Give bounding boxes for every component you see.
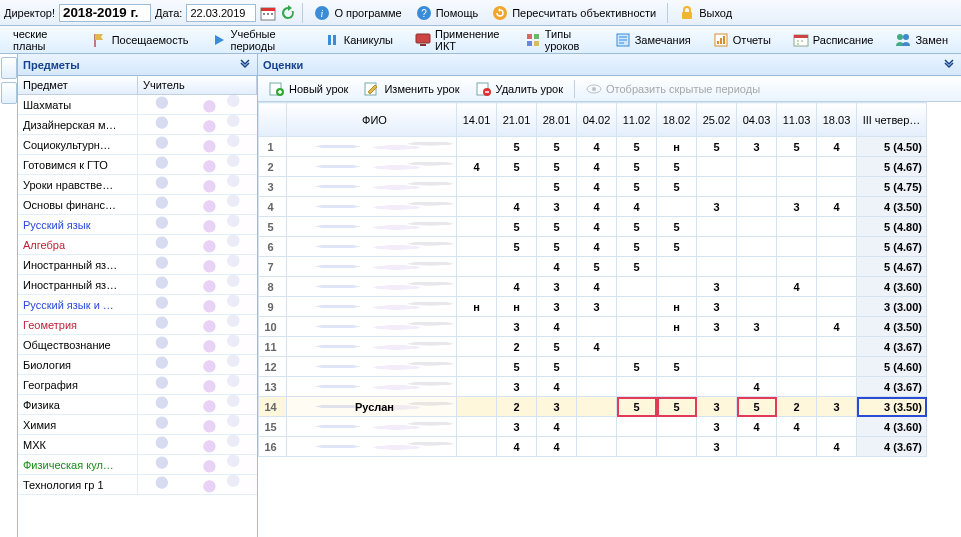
grade-cell[interactable]: 5 [537,217,577,237]
grade-cell[interactable]: 4 [577,237,617,257]
grade-cell[interactable] [577,377,617,397]
grade-cell[interactable] [457,317,497,337]
recalc-button[interactable]: Пересчитать объективности [487,3,661,23]
grade-cell[interactable] [817,217,857,237]
grade-cell[interactable] [777,337,817,357]
grade-cell[interactable] [737,157,777,177]
grade-cell[interactable]: 5 [617,217,657,237]
grade-cell[interactable]: 3 [537,397,577,417]
grade-cell[interactable]: 2 [497,337,537,357]
table-row[interactable]: 8434344 (3.60) [259,277,927,297]
grade-cell[interactable]: 4 [497,437,537,457]
grade-cell[interactable] [657,377,697,397]
grade-cell[interactable] [497,177,537,197]
grade-cell[interactable]: 3 [497,417,537,437]
grade-cell[interactable]: 4 [777,417,817,437]
grade-cell[interactable] [777,297,817,317]
grade-cell[interactable]: 5 [657,357,697,377]
tab-vacation[interactable]: Каникулы [315,28,402,52]
subject-row[interactable]: Русский язык [18,215,257,235]
table-row[interactable]: 1644344 (3.67) [259,437,927,457]
table-row[interactable]: 133444 (3.67) [259,377,927,397]
grade-cell[interactable] [697,217,737,237]
grade-cell[interactable]: 5 [697,137,737,157]
grade-cell[interactable]: 4 [497,197,537,217]
grade-cell[interactable]: 4 [537,437,577,457]
grade-cell[interactable]: 3 [697,297,737,317]
grade-cell[interactable]: 4 [577,337,617,357]
grade-cell[interactable]: н [657,317,697,337]
grade-cell[interactable] [737,257,777,277]
grade-cell[interactable] [617,277,657,297]
grade-cell[interactable]: 4 [817,137,857,157]
grade-cell[interactable]: 2 [497,397,537,417]
grade-cell[interactable] [617,437,657,457]
grade-cell[interactable]: 4 [617,197,657,217]
grade-cell[interactable] [777,377,817,397]
grade-cell[interactable]: 3 [537,197,577,217]
grade-cell[interactable] [817,277,857,297]
grade-cell[interactable]: 5 [497,357,537,377]
grade-cell[interactable] [457,197,497,217]
table-row[interactable]: 354555 (4.75) [259,177,927,197]
help-button[interactable]: ?Помощь [411,3,484,23]
grade-cell[interactable]: 5 [617,177,657,197]
col-date[interactable]: 11.03 [777,103,817,137]
grade-cell[interactable] [777,217,817,237]
col-date[interactable]: 28.01 [537,103,577,137]
grade-cell[interactable] [817,297,857,317]
grade-cell[interactable]: 5 [497,137,537,157]
tab-schedule[interactable]: Расписание [784,28,883,52]
grade-cell[interactable] [817,177,857,197]
grade-cell[interactable]: 3 [697,397,737,417]
table-row[interactable]: 112544 (3.67) [259,337,927,357]
grade-cell[interactable]: 5 [657,397,697,417]
grade-cell[interactable] [657,337,697,357]
grade-cell[interactable]: 4 [577,197,617,217]
grade-cell[interactable] [737,237,777,257]
grade-cell[interactable] [657,277,697,297]
grade-cell[interactable] [777,157,817,177]
grade-cell[interactable]: 3 [697,317,737,337]
grade-cell[interactable] [457,277,497,297]
grade-cell[interactable]: 3 [497,317,537,337]
grade-cell[interactable] [457,137,497,157]
grade-cell[interactable] [577,417,617,437]
col-date[interactable]: 18.03 [817,103,857,137]
subject-row[interactable]: Технология гр 1 [18,475,257,495]
grade-cell[interactable]: 5 [537,177,577,197]
grade-cell[interactable] [817,337,857,357]
grade-cell[interactable] [817,377,857,397]
col-total[interactable]: III четвер… [857,103,927,137]
grade-cell[interactable]: 3 [737,317,777,337]
grade-cell[interactable]: 5 [537,337,577,357]
grade-cell[interactable]: 4 [537,257,577,277]
col-date[interactable]: 14.01 [457,103,497,137]
grade-cell[interactable]: 4 [577,157,617,177]
grade-cell[interactable] [657,257,697,277]
table-row[interactable]: 443443344 (3.50) [259,197,927,217]
table-row[interactable]: 6554555 (4.67) [259,237,927,257]
grade-cell[interactable]: 3 [697,277,737,297]
grade-cell[interactable] [617,377,657,397]
grade-cell[interactable] [737,357,777,377]
grade-cell[interactable] [617,297,657,317]
exit-button[interactable]: Выход [674,3,737,23]
grade-cell[interactable]: 3 [777,197,817,217]
grade-cell[interactable]: 5 [537,237,577,257]
show-hidden-button[interactable]: Отобразить скрытые периоды [581,79,765,99]
grade-cell[interactable] [617,317,657,337]
grade-cell[interactable]: 5 [617,257,657,277]
col-rownum[interactable] [259,103,287,137]
col-teacher[interactable]: Учитель [138,76,257,94]
grade-cell[interactable] [697,377,737,397]
grade-cell[interactable] [617,417,657,437]
year-combo[interactable] [59,4,151,22]
grade-cell[interactable]: 3 [697,437,737,457]
grade-cell[interactable]: 3 [737,137,777,157]
tab-notes[interactable]: Замечания [606,28,700,52]
grade-cell[interactable]: 5 [577,257,617,277]
grade-cell[interactable] [777,357,817,377]
collapse-icon[interactable] [942,58,956,72]
refresh-icon[interactable] [280,5,296,21]
